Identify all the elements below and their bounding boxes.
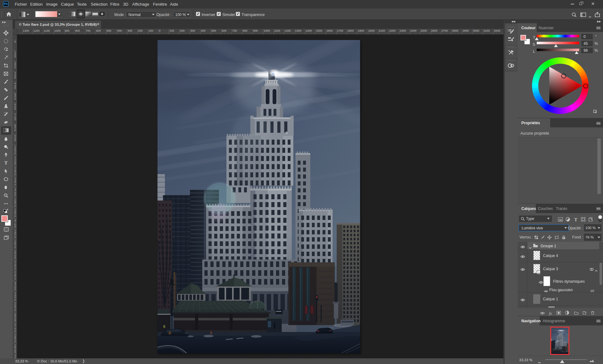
svg-text:T: T — [4, 160, 8, 165]
svg-text:T: T — [574, 217, 578, 222]
